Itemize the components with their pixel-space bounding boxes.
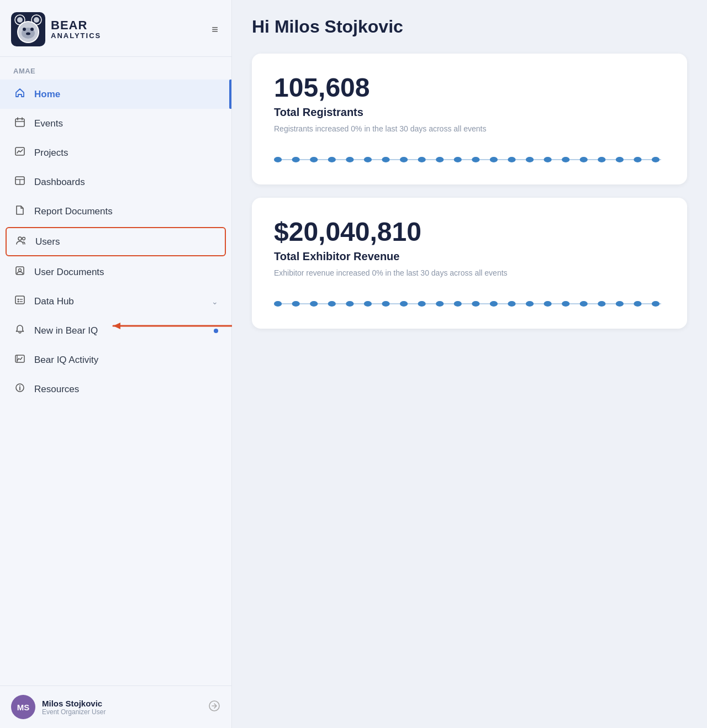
activity-icon [13, 353, 27, 367]
logo-analytics: ANALYTICS [51, 32, 101, 40]
svg-point-51 [526, 157, 534, 162]
svg-point-45 [418, 157, 426, 162]
svg-point-76 [562, 301, 569, 307]
svg-point-60 [274, 301, 282, 307]
svg-point-41 [346, 157, 354, 162]
logout-icon[interactable] [208, 700, 220, 715]
projects-label: Projects [34, 147, 218, 159]
svg-point-64 [346, 301, 354, 307]
svg-point-62 [310, 301, 318, 307]
registrants-sparkline [274, 151, 665, 168]
dashboards-icon [13, 175, 27, 189]
sidebar-item-new-in-bear-iq[interactable]: New in Bear IQ [0, 316, 231, 345]
svg-point-48 [472, 157, 479, 162]
svg-point-22 [19, 269, 22, 272]
svg-point-9 [17, 17, 23, 23]
sidebar-item-user-documents[interactable]: User Documents [0, 257, 231, 287]
svg-point-74 [526, 301, 534, 307]
data-hub-icon [13, 294, 27, 308]
user-profile-area: MS Milos Stojkovic Event Organizer User [0, 685, 231, 728]
svg-point-55 [598, 157, 605, 162]
svg-rect-11 [15, 119, 24, 126]
svg-point-69 [436, 301, 444, 307]
svg-point-52 [544, 157, 552, 162]
registrants-desc: Registrants increased 0% in the last 30 … [274, 123, 665, 135]
svg-point-53 [562, 157, 569, 162]
section-label: AMAE [0, 57, 231, 80]
page-title: Hi Milos Stojkovic [252, 17, 687, 37]
svg-rect-23 [15, 296, 24, 304]
revenue-value: $20,040,810 [274, 218, 665, 247]
user-info: Milos Stojkovic Event Organizer User [42, 699, 202, 716]
svg-point-80 [634, 301, 641, 307]
events-icon [13, 117, 27, 130]
svg-point-71 [472, 301, 479, 307]
user-documents-label: User Documents [34, 267, 218, 278]
logo-container: BEAR ANALYTICS [11, 12, 101, 46]
resources-icon [13, 382, 27, 396]
svg-point-50 [508, 157, 515, 162]
total-registrants-card: 105,608 Total Registrants Registrants in… [252, 54, 687, 184]
sidebar-item-users[interactable]: Users [6, 227, 226, 256]
sidebar-item-report-documents[interactable]: Report Documents [0, 197, 231, 226]
svg-point-49 [490, 157, 498, 162]
revenue-desc: Exhibitor revenue increased 0% in the la… [274, 267, 665, 279]
sidebar-item-resources[interactable]: Resources [0, 374, 231, 404]
hamburger-icon[interactable]: ≡ [212, 23, 218, 36]
svg-point-38 [292, 157, 300, 162]
dashboards-label: Dashboards [34, 177, 218, 188]
bell-icon [13, 324, 27, 337]
svg-point-43 [382, 157, 389, 162]
svg-point-24 [18, 299, 19, 300]
svg-point-39 [310, 157, 318, 162]
home-icon [13, 87, 27, 101]
report-documents-icon [13, 204, 27, 218]
revenue-sparkline [274, 296, 665, 312]
svg-point-68 [418, 301, 426, 307]
svg-point-42 [364, 157, 372, 162]
new-in-bear-iq-label: New in Bear IQ [34, 325, 203, 336]
avatar: MS [11, 695, 35, 719]
registrants-value: 105,608 [274, 73, 665, 103]
projects-icon [13, 146, 27, 160]
sidebar-item-events[interactable]: Events [0, 109, 231, 138]
sidebar-item-bear-iq-activity[interactable]: Bear IQ Activity [0, 345, 231, 374]
svg-point-66 [382, 301, 389, 307]
data-hub-chevron-icon: ⌄ [212, 297, 218, 306]
svg-point-61 [292, 301, 300, 307]
svg-point-73 [508, 301, 515, 307]
svg-point-58 [652, 157, 659, 162]
sidebar-item-dashboards[interactable]: Dashboards [0, 167, 231, 197]
resources-label: Resources [34, 384, 218, 395]
svg-point-6 [23, 28, 26, 31]
user-name: Milos Stojkovic [42, 699, 202, 708]
sidebar-item-home[interactable]: Home [0, 80, 231, 109]
sidebar-item-data-hub[interactable]: Data Hub ⌄ [0, 287, 231, 316]
sidebar: BEAR ANALYTICS ≡ AMAE Home [0, 0, 232, 728]
svg-point-70 [454, 301, 462, 307]
svg-point-54 [580, 157, 588, 162]
svg-point-56 [616, 157, 624, 162]
main-content: Hi Milos Stojkovic 105,608 Total Registr… [232, 0, 707, 728]
svg-point-81 [652, 301, 659, 307]
logo-bear: BEAR [51, 19, 101, 32]
svg-point-63 [328, 301, 336, 307]
revenue-label: Total Exhibitor Revenue [274, 250, 665, 263]
svg-point-57 [634, 157, 641, 162]
svg-point-37 [274, 157, 282, 162]
logo-text: BEAR ANALYTICS [51, 19, 101, 40]
sidebar-nav: Home Events [0, 80, 231, 404]
sidebar-item-projects[interactable]: Projects [0, 138, 231, 167]
home-label: Home [34, 89, 218, 100]
svg-point-40 [328, 157, 336, 162]
users-label: Users [35, 236, 217, 247]
svg-point-75 [544, 301, 552, 307]
data-hub-label: Data Hub [34, 296, 204, 307]
svg-point-46 [436, 157, 444, 162]
users-icon [14, 235, 28, 249]
bear-iq-activity-label: Bear IQ Activity [34, 355, 218, 366]
svg-point-65 [364, 301, 372, 307]
svg-point-10 [34, 17, 39, 23]
svg-point-67 [400, 301, 408, 307]
svg-point-72 [490, 301, 498, 307]
